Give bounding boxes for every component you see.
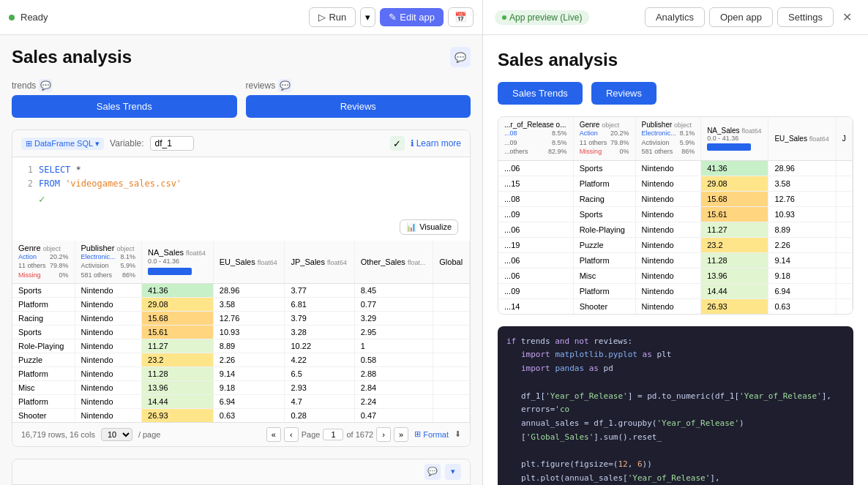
code-action-icons: 💬 ▾ — [424, 464, 461, 480]
total-pages: of 1672 — [346, 430, 373, 439]
cell-other-sales: 0.58 — [354, 353, 433, 366]
cell-jp-sales: 3.79 — [285, 311, 354, 325]
table-row: Sports Nintendo 41.36 28.96 3.77 8.45 — [12, 283, 470, 297]
right-sales-trends-btn[interactable]: Sales Trends — [498, 82, 583, 105]
last-page-btn[interactable]: » — [394, 427, 408, 442]
edit-app-button[interactable]: ✎ Edit app — [380, 8, 444, 26]
right-top-actions: Analytics Open app Settings ✕ — [645, 7, 856, 27]
settings-button[interactable]: Settings — [777, 7, 834, 27]
cell-publisher: Nintendo — [635, 222, 701, 237]
cell-publisher: Nintendo — [75, 394, 142, 408]
cell-na-sales: 13.96 — [142, 380, 214, 394]
df-var-label: Variable: — [110, 138, 143, 148]
cell-global — [433, 297, 470, 311]
reviews-label: reviews — [246, 80, 276, 91]
per-page-select[interactable]: 102550 — [101, 428, 132, 441]
format-icon: ⊞ — [414, 429, 421, 439]
right-col-na-sales: NA_Sales float64 0.0 - 41.36 — [701, 117, 768, 160]
table-icon: ⊞ — [26, 139, 32, 148]
chat-icon-top[interactable]: 💬 — [450, 47, 471, 67]
cell-genre: Misc — [573, 268, 635, 283]
cell-year: ...15 — [498, 176, 573, 191]
cell-eu-sales: 8.89 — [213, 339, 285, 353]
table-row: Racing Nintendo 15.68 12.76 3.79 3.29 — [12, 311, 470, 325]
cell-publisher: Nintendo — [635, 268, 701, 283]
cell-eu-sales: 3.58 — [213, 297, 285, 311]
left-panel: Ready ▷ Run ▾ ✎ Edit app 📅 Sales analysi… — [0, 0, 483, 485]
cell-eu-sales: 12.76 — [213, 311, 285, 325]
right-reviews-btn[interactable]: Reviews — [591, 82, 656, 105]
cell-publisher: Nintendo — [635, 160, 701, 176]
trends-chat-icon[interactable]: 💬 — [39, 79, 52, 92]
cell-j — [836, 298, 852, 314]
close-right-button[interactable]: ✕ — [838, 7, 856, 27]
analytics-button[interactable]: Analytics — [645, 7, 705, 27]
visualize-button[interactable]: 📊 Visualize — [400, 219, 458, 235]
col-eu-sales: EU_Sales float64 — [213, 241, 285, 283]
widget-reviews: reviews 💬 Reviews — [246, 79, 471, 118]
cell-publisher: Nintendo — [635, 237, 701, 252]
cell-other-sales: 8.45 — [354, 283, 433, 297]
page-nav: « ‹ Page of 1672 › » — [266, 427, 408, 442]
cell-genre: Sports — [12, 283, 75, 297]
cell-publisher: Nintendo — [75, 366, 142, 380]
cell-na-sales: 14.44 — [701, 283, 768, 298]
table-row: ...06 Sports Nintendo 41.36 28.96 — [498, 160, 853, 176]
cell-other-sales: 0.77 — [354, 297, 433, 311]
sales-trends-button[interactable]: Sales Trends — [12, 95, 237, 118]
cell-eu-sales: 8.89 — [768, 222, 836, 237]
cell-eu-sales: 9.14 — [213, 366, 285, 380]
df-badge[interactable]: ⊞ DataFrame SQL ▾ — [21, 138, 104, 150]
run-caret-button[interactable]: ▾ — [360, 7, 375, 27]
cell-global — [433, 283, 470, 297]
cell-jp-sales: 3.77 — [285, 283, 354, 297]
download-button[interactable]: ⬇ — [454, 429, 461, 439]
prev-page-btn[interactable]: ‹ — [284, 427, 299, 442]
cell-other-sales: 2.95 — [354, 325, 433, 339]
sql-line-2: 2 FROM 'videogames_sales.csv' — [21, 177, 461, 191]
reviews-chat-icon[interactable]: 💬 — [278, 79, 291, 92]
per-page-label: / page — [138, 430, 161, 439]
cell-genre: Role-Playing — [12, 339, 75, 353]
cell-other-sales: 0.47 — [354, 408, 433, 422]
cell-year: ...19 — [498, 237, 573, 252]
trends-label: trends — [12, 80, 36, 91]
first-page-btn[interactable]: « — [266, 427, 281, 442]
reviews-button[interactable]: Reviews — [246, 95, 471, 118]
open-app-button[interactable]: Open app — [709, 7, 773, 27]
calendar-button[interactable]: 📅 — [448, 7, 474, 27]
right-code-line-5: annual_sales = df_1.groupby('Year_of_Rel… — [506, 417, 845, 444]
cell-publisher: Nintendo — [635, 206, 701, 222]
cell-j — [836, 252, 852, 268]
col-genre: Genre object Action20.2% 11 others79.8% … — [12, 241, 75, 283]
table-row: ...06 Misc Nintendo 13.96 9.18 — [498, 268, 853, 283]
cell-publisher: Nintendo — [75, 311, 142, 325]
format-button[interactable]: ⊞ Format — [414, 429, 449, 439]
code-action-btn1[interactable]: 💬 — [424, 464, 441, 480]
cell-global — [433, 408, 470, 422]
cell-na-sales: 23.2 — [142, 353, 214, 366]
cell-genre: Sports — [573, 160, 635, 176]
live-badge-text: App preview (Live) — [509, 12, 582, 23]
status-text: Ready — [20, 12, 303, 23]
df-header: ⊞ DataFrame SQL ▾ Variable: ✓ ℹ Learn mo… — [12, 130, 470, 157]
table-row: Misc Nintendo 13.96 9.18 2.93 2.84 — [12, 380, 470, 394]
learn-more-link[interactable]: ℹ Learn more — [411, 138, 461, 148]
cell-na-sales: 41.36 — [701, 160, 768, 176]
cell-year: ...06 — [498, 268, 573, 283]
page-input[interactable] — [323, 429, 343, 440]
next-page-btn[interactable]: › — [376, 427, 391, 442]
right-code-blank-2 — [506, 444, 845, 458]
code-action-btn2[interactable]: ▾ — [445, 464, 461, 480]
run-button[interactable]: ▷ Run — [309, 7, 356, 27]
table-row: Platform Nintendo 11.28 9.14 6.5 2.88 — [12, 366, 470, 380]
cell-genre: Racing — [573, 191, 635, 206]
live-badge: App preview (Live) — [495, 10, 589, 25]
df-var-input[interactable] — [150, 136, 194, 151]
cell-na-sales: 41.36 — [142, 283, 214, 297]
right-code-line-1: if trends and not reviews: — [506, 335, 845, 349]
edit-icon: ✎ — [389, 12, 397, 23]
cell-jp-sales: 6.81 — [285, 297, 354, 311]
cell-genre: Racing — [12, 311, 75, 325]
status-dot — [9, 15, 15, 20]
